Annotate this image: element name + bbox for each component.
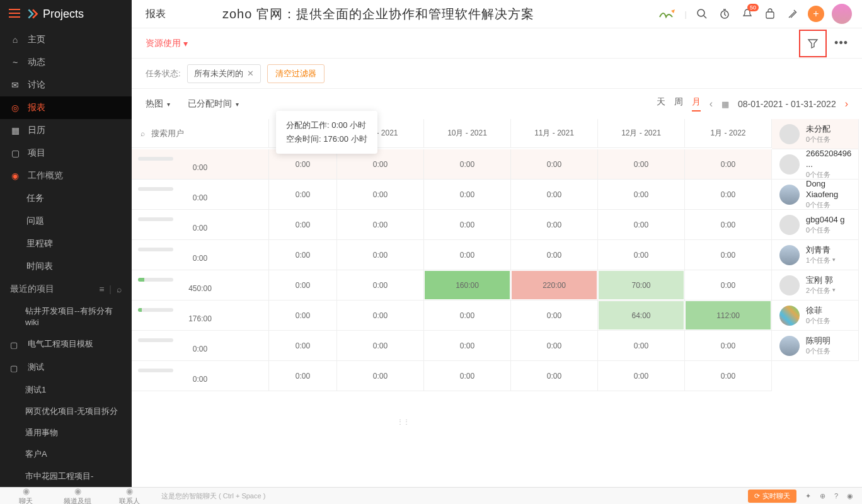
search-icon[interactable]: ⌕ xyxy=(117,284,122,294)
help-icon[interactable]: ? xyxy=(834,492,838,500)
data-cell[interactable]: 0:00 xyxy=(269,270,337,301)
user-cell[interactable]: gbg0404 g0个任务 xyxy=(772,210,859,240)
user-cell[interactable]: 未分配0个任务 xyxy=(772,119,859,149)
filter-icon[interactable]: ≡ xyxy=(99,284,104,294)
data-cell[interactable]: 0:00 xyxy=(685,240,772,270)
search-input[interactable] xyxy=(151,129,260,138)
footer-tab[interactable]: ◉联系人 xyxy=(103,484,155,505)
data-cell[interactable]: 70:00 xyxy=(598,270,685,301)
overview-item[interactable]: 任务 xyxy=(0,187,132,210)
data-cell[interactable]: 0:00 xyxy=(511,149,598,180)
data-cell[interactable]: 0:00 xyxy=(337,301,424,331)
nav-home[interactable]: ⌂主页 xyxy=(0,28,132,51)
data-cell[interactable]: 0:00 xyxy=(685,331,772,361)
data-cell[interactable]: 0:00 xyxy=(511,180,598,210)
data-cell[interactable]: 0:00 xyxy=(269,210,337,240)
data-cell[interactable]: 0:00 xyxy=(269,301,337,331)
data-cell[interactable]: 0:00 xyxy=(511,240,598,270)
user-cell[interactable]: 刘青青1个任务 ▾ xyxy=(772,240,859,270)
footer-tab[interactable]: ◉频道及组 xyxy=(52,484,103,505)
resource-dropdown[interactable]: 资源使用 ▾ xyxy=(146,38,188,49)
data-cell[interactable]: 220:00 xyxy=(511,270,598,301)
data-cell[interactable]: 0:00 xyxy=(269,331,337,361)
user-cell[interactable]: Dong Xiaofeng0个任务 xyxy=(772,180,859,210)
heatmap-dropdown[interactable]: 热图 ▾ xyxy=(146,98,170,110)
data-cell[interactable]: 0:00 xyxy=(337,331,424,361)
data-cell[interactable]: 0:00 xyxy=(269,361,337,391)
allocated-dropdown[interactable]: 已分配时间 ▾ xyxy=(188,98,239,110)
user-avatar[interactable] xyxy=(832,4,852,24)
data-cell[interactable]: 0:00 xyxy=(424,180,511,210)
data-cell[interactable]: 0:00 xyxy=(598,361,685,391)
data-cell[interactable]: 0:00 xyxy=(337,270,424,301)
view-week[interactable]: 周 xyxy=(674,96,683,112)
data-cell[interactable]: 0:00 xyxy=(685,210,772,240)
data-cell[interactable]: 64:00 xyxy=(598,301,685,331)
data-cell[interactable]: 0:00 xyxy=(598,210,685,240)
data-cell[interactable]: 112:00 xyxy=(685,301,772,331)
project-item[interactable]: ▢测试 xyxy=(0,357,132,379)
data-cell[interactable]: 0:00 xyxy=(269,240,337,270)
bag-icon[interactable] xyxy=(762,6,778,21)
clear-filter-button[interactable]: 清空过滤器 xyxy=(267,64,325,83)
data-cell[interactable]: 0:00 xyxy=(424,240,511,270)
nav-target[interactable]: ◎报表 xyxy=(0,96,132,119)
nav-folder[interactable]: ▢项目 xyxy=(0,142,132,164)
project-item[interactable]: 通用事物 xyxy=(0,422,132,444)
overview-item[interactable]: 问题 xyxy=(0,210,132,232)
live-chat-button[interactable]: ⟳实时聊天 xyxy=(748,490,796,503)
user-cell[interactable]: 宝刚 郭2个任务 ▾ xyxy=(772,270,859,301)
data-cell[interactable]: 0:00 xyxy=(598,149,685,180)
next-button[interactable]: › xyxy=(845,98,848,110)
data-cell[interactable]: 0:00 xyxy=(685,149,772,180)
data-cell[interactable]: 0:00 xyxy=(685,361,772,391)
data-cell[interactable]: 0:00 xyxy=(424,361,511,391)
overview-section[interactable]: ◉工作概览 xyxy=(0,164,132,187)
data-cell[interactable]: 0:00 xyxy=(337,149,424,180)
data-cell[interactable]: 0:00 xyxy=(337,361,424,391)
project-item[interactable]: 网页优化项目-无项目拆分 xyxy=(0,401,132,422)
data-cell[interactable]: 0:00 xyxy=(685,270,772,301)
project-item[interactable]: 测试1 xyxy=(0,379,132,401)
project-item[interactable]: 钻井开发项目--有拆分有wiki xyxy=(0,301,132,333)
data-cell[interactable]: 0:00 xyxy=(337,240,424,270)
data-cell[interactable]: 0:00 xyxy=(685,180,772,210)
signature-icon[interactable] xyxy=(658,8,677,20)
timer-icon[interactable] xyxy=(717,6,732,21)
bell-icon[interactable]: 50 xyxy=(740,6,755,21)
data-cell[interactable]: 0:00 xyxy=(269,180,337,210)
column-resize-handle[interactable]: ⋮⋮ xyxy=(397,418,403,432)
tools-icon[interactable] xyxy=(785,6,800,21)
data-cell[interactable]: 0:00 xyxy=(269,149,337,180)
chevron-down-icon[interactable]: ▾ xyxy=(832,287,836,294)
search-icon[interactable]: ⌕ xyxy=(141,129,145,138)
overview-item[interactable]: 里程碑 xyxy=(0,232,132,255)
data-cell[interactable]: 0:00 xyxy=(598,240,685,270)
data-cell[interactable]: 0:00 xyxy=(511,301,598,331)
nav-pulse[interactable]: ~动态 xyxy=(0,51,132,74)
footer-tab[interactable]: ◉聊天 xyxy=(0,484,52,505)
calendar-icon[interactable]: ▦ xyxy=(721,100,729,109)
filter-button[interactable] xyxy=(799,30,827,57)
more-button[interactable]: ••• xyxy=(834,37,848,50)
resource-grid[interactable]: ⌕19月 - 202110月 - 202111月 - 202112月 - 202… xyxy=(132,119,862,487)
logo[interactable]: Projects xyxy=(26,8,84,21)
view-day[interactable]: 天 xyxy=(657,96,665,112)
menu-icon[interactable] xyxy=(9,9,20,20)
data-cell[interactable]: 160:00 xyxy=(424,270,511,301)
close-icon[interactable]: ✕ xyxy=(247,69,254,78)
data-cell[interactable]: 0:00 xyxy=(598,331,685,361)
filter-chip[interactable]: 所有未关闭的✕ xyxy=(187,64,261,83)
data-cell[interactable]: 0:00 xyxy=(337,180,424,210)
data-cell[interactable]: 0:00 xyxy=(511,361,598,391)
headset-icon[interactable]: ◉ xyxy=(847,492,853,500)
recent-section[interactable]: 最近的项目 ≡|⌕ xyxy=(0,278,132,301)
chat-input[interactable]: 这是您的智能聊天 ( Ctrl + Space ) xyxy=(155,491,739,501)
user-cell[interactable]: 徐菲0个任务 xyxy=(772,301,859,331)
data-cell[interactable]: 0:00 xyxy=(511,210,598,240)
user-cell[interactable]: 陈明明0个任务 xyxy=(772,331,859,361)
nav-chat[interactable]: ✉讨论 xyxy=(0,74,132,96)
data-cell[interactable]: 0:00 xyxy=(424,149,511,180)
data-cell[interactable]: 0:00 xyxy=(598,180,685,210)
data-cell[interactable]: 0:00 xyxy=(424,301,511,331)
